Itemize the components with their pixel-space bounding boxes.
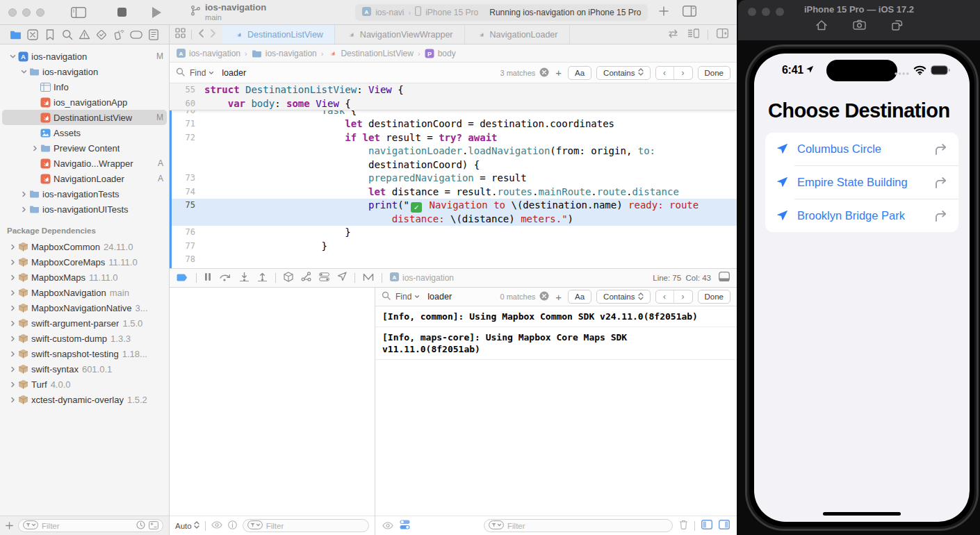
destination-row-empire-state-building[interactable]: Empire State Building bbox=[765, 166, 958, 199]
step-out-icon[interactable] bbox=[257, 272, 268, 284]
breadcrumb-item[interactable]: Pbody bbox=[425, 49, 456, 58]
source-control-status-icon[interactable] bbox=[149, 521, 158, 531]
navigator-tab-tests-icon[interactable] bbox=[95, 28, 108, 41]
step-over-icon[interactable] bbox=[219, 272, 231, 284]
navigator-tab-debug-icon[interactable] bbox=[113, 28, 125, 41]
home-indicator[interactable] bbox=[823, 512, 901, 516]
chevron-down-icon[interactable] bbox=[18, 68, 29, 76]
breadcrumb-item[interactable]: DestinationListView bbox=[327, 49, 414, 58]
console-log-entry[interactable]: [Info, maps-core]: Using Mapbox Core Map… bbox=[375, 327, 737, 360]
package-item-xctest-dynamic-overlay[interactable]: xctest-dynamic-overlay1.5.2 bbox=[0, 392, 169, 407]
chevron-right-icon[interactable] bbox=[7, 335, 18, 343]
line-number[interactable]: 71 bbox=[170, 117, 204, 131]
run-button[interactable] bbox=[147, 4, 165, 21]
line-number[interactable]: 70 bbox=[170, 110, 204, 117]
related-items-icon[interactable] bbox=[175, 28, 186, 41]
chevron-right-icon[interactable] bbox=[7, 381, 18, 388]
quick-look-icon[interactable] bbox=[211, 521, 222, 530]
navigator-tab-bookmarks-icon[interactable] bbox=[44, 28, 56, 41]
editor-layout-icon[interactable] bbox=[683, 6, 696, 19]
file-tree-item-assets[interactable]: Assets bbox=[0, 125, 169, 140]
add-button[interactable] bbox=[659, 6, 669, 19]
scheme-status-bar[interactable]: A ios-navi › iPhone 15 Pro Running ios-n… bbox=[355, 4, 648, 21]
package-item-swift-snapshot-testing[interactable]: swift-snapshot-testing1.18... bbox=[0, 346, 169, 361]
memory-graph-icon[interactable] bbox=[301, 272, 311, 284]
zoom-window-button[interactable] bbox=[36, 8, 44, 17]
file-tree-item-ios-navigationapp[interactable]: ios_navigationApp bbox=[0, 94, 169, 110]
console-log-output[interactable]: [Info, common]: Using Mapbox Common SDK … bbox=[375, 306, 737, 516]
adjust-editor-options-icon[interactable] bbox=[687, 28, 699, 41]
match-case-button[interactable]: Aa bbox=[568, 66, 591, 80]
find-next-button[interactable]: › bbox=[674, 67, 692, 79]
chevron-right-icon[interactable] bbox=[7, 258, 18, 266]
scheme-name[interactable]: ios-navi bbox=[375, 8, 404, 17]
minimize-window-button[interactable] bbox=[762, 8, 770, 16]
package-item-mapboxcoremaps[interactable]: MapboxCoreMaps11.11.0 bbox=[0, 254, 169, 270]
line-number[interactable]: 60 bbox=[170, 97, 204, 110]
find-mode-menu[interactable]: Find bbox=[190, 68, 214, 78]
screenshot-icon[interactable] bbox=[853, 19, 866, 34]
show-variables-view-icon[interactable] bbox=[701, 520, 712, 532]
view-hierarchy-icon[interactable] bbox=[284, 272, 293, 285]
line-number[interactable]: 75 bbox=[170, 199, 204, 213]
chevron-right-icon[interactable] bbox=[7, 304, 18, 312]
show-console-view-icon[interactable] bbox=[719, 520, 730, 532]
metal-capture-icon[interactable] bbox=[363, 272, 374, 284]
info-icon[interactable] bbox=[228, 520, 237, 531]
editor-tab-navigationviewwrapper[interactable]: NavigationViewWrapper bbox=[335, 25, 465, 44]
console-toggle-icon[interactable] bbox=[719, 272, 730, 284]
close-window-button[interactable] bbox=[748, 8, 756, 16]
line-number[interactable]: 72 bbox=[170, 131, 204, 145]
file-tree-item-navigatio-wrapper[interactable]: Navigatio...WrapperA bbox=[0, 156, 169, 171]
log-visibility-toggles-icon[interactable] bbox=[400, 520, 410, 532]
file-tree-item-ios-navigation[interactable]: Aios-navigationM bbox=[0, 49, 169, 64]
add-file-button[interactable] bbox=[6, 520, 13, 532]
package-item-swift-syntax[interactable]: swift-syntax601.0.1 bbox=[0, 361, 169, 377]
line-number[interactable]: 73 bbox=[170, 172, 204, 186]
add-find-criteria-button[interactable]: + bbox=[554, 291, 563, 303]
find-done-button[interactable]: Done bbox=[698, 290, 731, 304]
chevron-right-icon[interactable] bbox=[18, 190, 29, 198]
line-number[interactable]: 77 bbox=[170, 240, 204, 254]
chevron-right-icon[interactable] bbox=[7, 243, 18, 251]
match-case-button[interactable]: Aa bbox=[568, 290, 591, 304]
chevron-right-icon[interactable] bbox=[7, 396, 18, 404]
line-number[interactable]: 74 bbox=[170, 186, 204, 199]
navigator-tab-issues-icon[interactable] bbox=[79, 28, 91, 41]
package-item-turf[interactable]: Turf4.0.0 bbox=[0, 377, 169, 392]
line-number[interactable] bbox=[170, 158, 204, 172]
chevron-right-icon[interactable] bbox=[18, 206, 29, 213]
find-next-button[interactable]: › bbox=[674, 290, 692, 303]
editor-tab-navigationloader[interactable]: NavigationLoader bbox=[465, 25, 570, 44]
zoom-window-button[interactable] bbox=[776, 8, 784, 16]
file-tree-item-preview-content[interactable]: Preview Content bbox=[0, 140, 169, 156]
editor-tab-destinationlistview[interactable]: DestinationListView bbox=[222, 25, 335, 44]
file-tree-item-ios-navigationtests[interactable]: ios-navigationTests bbox=[0, 186, 169, 201]
file-tree-item-destinationlistview[interactable]: DestinationListViewM bbox=[0, 110, 169, 125]
environment-overrides-icon[interactable] bbox=[319, 272, 329, 284]
navigator-filter-field[interactable]: Filter bbox=[18, 519, 163, 532]
match-mode-menu[interactable]: Contains bbox=[596, 290, 650, 304]
line-number[interactable]: 76 bbox=[170, 226, 204, 240]
navigator-tab-find-icon[interactable] bbox=[61, 28, 74, 41]
swap-editor-icon[interactable] bbox=[667, 28, 679, 41]
chevron-right-icon[interactable] bbox=[7, 365, 18, 373]
simulate-location-icon[interactable] bbox=[337, 272, 347, 284]
destination-row-brooklyn-bridge-park[interactable]: Brooklyn Bridge Park bbox=[765, 199, 958, 232]
file-tree-item-ios-navigationuitests[interactable]: ios-navigationUITests bbox=[0, 201, 169, 217]
chevron-down-icon[interactable] bbox=[7, 53, 18, 60]
add-editor-icon[interactable] bbox=[717, 28, 728, 41]
chevron-right-icon[interactable] bbox=[7, 350, 18, 358]
clear-search-icon[interactable] bbox=[539, 67, 549, 79]
run-destination[interactable]: iPhone 15 Pro bbox=[425, 8, 478, 17]
variables-scope-menu[interactable]: Auto bbox=[175, 521, 199, 530]
line-number[interactable] bbox=[170, 213, 204, 227]
find-previous-button[interactable]: ‹ bbox=[656, 290, 674, 303]
find-mode-menu[interactable]: Find bbox=[395, 292, 420, 302]
chevron-right-icon[interactable] bbox=[7, 320, 18, 327]
stop-button[interactable] bbox=[113, 4, 131, 21]
package-item-mapboxnavigationnative[interactable]: MapboxNavigationNative3... bbox=[0, 300, 169, 315]
go-back-icon[interactable] bbox=[197, 28, 204, 41]
quick-look-icon[interactable] bbox=[382, 520, 393, 532]
package-item-swift-argument-parser[interactable]: swift-argument-parser1.5.0 bbox=[0, 315, 169, 331]
